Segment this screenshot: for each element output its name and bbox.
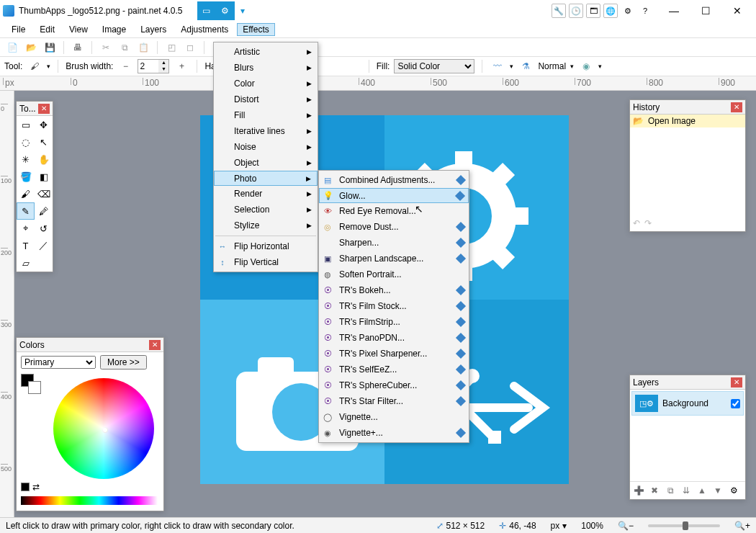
- tool-move[interactable]: ✥: [35, 116, 53, 133]
- tool-shapes[interactable]: ▱: [17, 254, 35, 272]
- effects-item-render[interactable]: Render▶: [214, 186, 318, 202]
- brush-width-input[interactable]: ▲▼: [138, 59, 169, 73]
- status-units[interactable]: px ▾: [551, 521, 567, 531]
- layer-props-icon[interactable]: ⚙: [727, 484, 740, 497]
- aa-icon[interactable]: 〰: [490, 58, 505, 74]
- down-layer-icon[interactable]: ▼: [711, 484, 724, 497]
- menu-image[interactable]: Image: [96, 23, 132, 36]
- photo-item-tr-s-selfeez-[interactable]: ⦿TR's SelfEeZ...: [319, 362, 469, 377]
- effects-menu[interactable]: Artistic▶Blurs▶Color▶Distort▶Fill▶Iterat…: [213, 42, 318, 272]
- paste-icon[interactable]: 📋: [135, 40, 151, 55]
- layer-item[interactable]: ◳⚙Background: [631, 391, 744, 416]
- util-history-icon[interactable]: 🕒: [569, 4, 583, 18]
- tool-hand[interactable]: ✋: [35, 151, 53, 168]
- dup-layer-icon[interactable]: ⧉: [664, 484, 677, 497]
- effects-item-stylize[interactable]: Stylize▶: [214, 218, 318, 233]
- tool-wand[interactable]: ✳: [17, 151, 35, 168]
- image-chip-icon[interactable]: ▭: [197, 1, 216, 20]
- close-button[interactable]: ✕: [721, 1, 753, 21]
- photo-item-tr-s-filmstrip-[interactable]: ⦿TR's FilmStrip...: [319, 314, 469, 330]
- tool-clone[interactable]: ⌖: [17, 220, 35, 237]
- history-close-icon[interactable]: ✕: [731, 102, 742, 112]
- color-wheel[interactable]: [53, 378, 154, 479]
- effects-item-color[interactable]: Color▶: [214, 76, 318, 91]
- delete-layer-icon[interactable]: ✖: [648, 484, 661, 497]
- tool-text[interactable]: T: [17, 237, 35, 254]
- history-panel[interactable]: History✕ 📂Open Image ↶↷: [629, 99, 746, 232]
- up-layer-icon[interactable]: ▲: [696, 484, 708, 497]
- photo-item-tr-s-panopdn-[interactable]: ⦿TR's PanoPDN...: [319, 330, 469, 346]
- effects-item-blurs[interactable]: Blurs▶: [214, 60, 318, 76]
- brush-inc-icon[interactable]: +: [174, 58, 189, 74]
- brush-dec-icon[interactable]: −: [117, 58, 133, 74]
- alpha-icon[interactable]: ◉: [578, 58, 594, 74]
- photo-item-sharpen-landscape-[interactable]: ▣Sharpen Landscape...: [319, 251, 469, 266]
- tool-line[interactable]: ／: [35, 237, 53, 254]
- util-layers-icon[interactable]: 🗔: [586, 4, 600, 18]
- add-layer-icon[interactable]: ➕: [632, 484, 645, 497]
- print-icon[interactable]: 🖶: [70, 40, 86, 55]
- photo-item-remove-dust-[interactable]: ◎Remove Dust...: [319, 219, 469, 235]
- new-icon[interactable]: 📄: [4, 40, 20, 55]
- photo-item-red-eye-removal-[interactable]: 👁Red Eye Removal...: [319, 203, 469, 219]
- photo-item-tr-s-spherecuber-[interactable]: ⦿TR's SphereCuber...: [319, 377, 469, 393]
- fill-select[interactable]: Solid Color: [394, 59, 474, 73]
- tool-recolor[interactable]: ↺: [35, 220, 53, 237]
- menu-file[interactable]: File: [6, 23, 31, 36]
- tool-bucket[interactable]: 🪣: [17, 168, 35, 185]
- menu-view[interactable]: View: [63, 23, 94, 36]
- effects-item-fill[interactable]: Fill▶: [214, 107, 318, 123]
- active-tool-icon[interactable]: 🖌: [27, 58, 42, 74]
- photo-item-combined-adjustments-[interactable]: ▤Combined Adjustments...: [319, 172, 469, 188]
- tool-rect-select[interactable]: ▭: [17, 116, 35, 133]
- menu-layers[interactable]: Layers: [135, 23, 172, 36]
- util-colors-icon[interactable]: 🌐: [603, 4, 618, 18]
- zoom-out-icon[interactable]: 🔍−: [618, 521, 634, 531]
- util-settings-icon[interactable]: ⚙: [621, 4, 635, 18]
- effects-item-object[interactable]: Object▶: [214, 155, 318, 171]
- menu-adjustments[interactable]: Adjustments: [175, 23, 234, 36]
- photo-item-tr-s-film-stock-[interactable]: ⦿TR's Film Stock...: [319, 298, 469, 314]
- swatch-black[interactable]: [21, 483, 30, 491]
- tools-close-icon[interactable]: ✕: [38, 104, 50, 114]
- photo-item-soften-portrait-[interactable]: ◍Soften Portrait...: [319, 266, 469, 282]
- effects-item-flip-vertical[interactable]: ↕Flip Vertical: [214, 254, 318, 270]
- more-button[interactable]: More >>: [100, 355, 147, 369]
- util-help-icon[interactable]: ?: [638, 4, 652, 18]
- photo-item-vignette-[interactable]: ◯Vignette...: [319, 409, 469, 425]
- photo-item-sharpen-[interactable]: Sharpen...: [319, 235, 469, 251]
- layers-panel[interactable]: Layers✕ ◳⚙Background ➕ ✖ ⧉ ⇊ ▲ ▼ ⚙: [629, 375, 746, 500]
- photo-item-tr-s-star-filter-[interactable]: ⦿TR's Star Filter...: [319, 393, 469, 409]
- tool-picker[interactable]: 🖉: [35, 202, 53, 220]
- tool-gradient[interactable]: ◧: [35, 168, 53, 185]
- blend-icon[interactable]: ⚗: [518, 58, 534, 74]
- tool-lasso[interactable]: ◌: [17, 133, 35, 151]
- menu-effects[interactable]: Effects: [237, 23, 274, 36]
- merge-layer-icon[interactable]: ⇊: [680, 484, 693, 497]
- primary-secondary-swatch[interactable]: [21, 374, 42, 395]
- maximize-button[interactable]: ☐: [690, 1, 721, 21]
- swap-colors-icon[interactable]: ⇄: [32, 482, 40, 492]
- colors-close-icon[interactable]: ✕: [149, 340, 161, 350]
- tool-brush[interactable]: 🖌: [17, 185, 35, 202]
- layers-close-icon[interactable]: ✕: [731, 377, 742, 388]
- effects-item-artistic[interactable]: Artistic▶: [214, 44, 318, 60]
- photo-item-glow-[interactable]: 💡Glow...: [319, 188, 469, 203]
- tool-[interactable]: [35, 254, 53, 272]
- effects-item-photo[interactable]: Photo▶: [214, 171, 318, 186]
- tools-panel[interactable]: To...✕ ▭✥◌↖✳✋🪣◧🖌⌫✎🖉⌖↺T／▱: [16, 101, 53, 272]
- photo-submenu[interactable]: ▤Combined Adjustments...💡Glow...👁Red Eye…: [318, 170, 469, 443]
- effects-item-distort[interactable]: Distort▶: [214, 91, 318, 107]
- photo-item-tr-s-bokeh-[interactable]: ⦿TR's Bokeh...: [319, 282, 469, 298]
- minimize-button[interactable]: —: [658, 1, 690, 21]
- photo-item-tr-s-pixel-sharpener-[interactable]: ⦿TR's Pixel Sharpener...: [319, 346, 469, 362]
- effects-item-flip-horizontal[interactable]: ↔Flip Horizontal: [214, 238, 318, 254]
- photo-item-vignette-[interactable]: ◉Vignette+...: [319, 425, 469, 441]
- history-undo-icon[interactable]: ↶: [633, 218, 640, 228]
- crop-icon[interactable]: ◰: [163, 40, 179, 55]
- tool-eraser[interactable]: ⌫: [35, 185, 53, 202]
- chip-dropdown[interactable]: ▾: [238, 6, 248, 16]
- brush-width-value[interactable]: [138, 61, 158, 71]
- history-redo-icon[interactable]: ↷: [644, 218, 652, 228]
- copy-icon[interactable]: ⧉: [117, 40, 132, 55]
